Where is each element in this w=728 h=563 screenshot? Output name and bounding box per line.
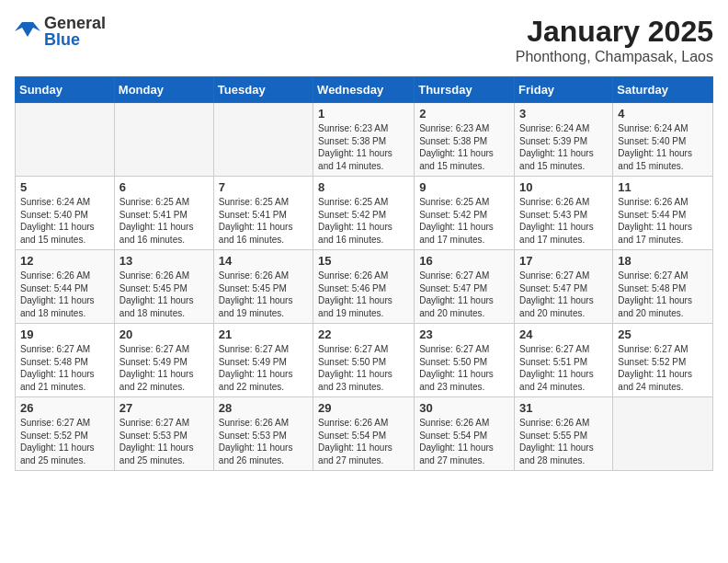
day-number: 13 — [119, 254, 209, 268]
day-number: 23 — [419, 327, 509, 341]
day-number: 28 — [219, 401, 308, 415]
calendar-week-4: 19Sunrise: 6:27 AMSunset: 5:48 PMDayligh… — [16, 324, 713, 397]
calendar-cell: 30Sunrise: 6:26 AMSunset: 5:54 PMDayligh… — [415, 397, 515, 471]
calendar-header: SundayMondayTuesdayWednesdayThursdayFrid… — [16, 77, 713, 103]
calendar-cell: 7Sunrise: 6:25 AMSunset: 5:41 PMDaylight… — [213, 177, 313, 250]
day-number: 19 — [20, 327, 109, 341]
calendar-cell: 19Sunrise: 6:27 AMSunset: 5:48 PMDayligh… — [16, 324, 115, 397]
calendar-cell — [114, 103, 213, 177]
calendar-cell: 2Sunrise: 6:23 AMSunset: 5:38 PMDaylight… — [415, 103, 515, 177]
weekday-row: SundayMondayTuesdayWednesdayThursdayFrid… — [16, 77, 713, 103]
day-number: 24 — [519, 327, 608, 341]
day-number: 6 — [119, 180, 209, 194]
calendar-cell: 27Sunrise: 6:27 AMSunset: 5:53 PMDayligh… — [114, 397, 213, 471]
calendar-cell: 6Sunrise: 6:25 AMSunset: 5:41 PMDaylight… — [114, 177, 213, 250]
weekday-header-saturday: Saturday — [613, 77, 713, 103]
calendar-cell: 26Sunrise: 6:27 AMSunset: 5:52 PMDayligh… — [16, 397, 115, 471]
calendar-cell: 8Sunrise: 6:25 AMSunset: 5:42 PMDaylight… — [313, 177, 415, 250]
weekday-header-sunday: Sunday — [16, 77, 115, 103]
calendar-week-3: 12Sunrise: 6:26 AMSunset: 5:44 PMDayligh… — [16, 250, 713, 324]
day-number: 16 — [419, 254, 509, 268]
calendar-cell: 9Sunrise: 6:25 AMSunset: 5:42 PMDaylight… — [415, 177, 515, 250]
cell-content: Sunrise: 6:27 AMSunset: 5:47 PMDaylight:… — [519, 270, 608, 319]
calendar-cell: 31Sunrise: 6:26 AMSunset: 5:55 PMDayligh… — [515, 397, 613, 471]
cell-content: Sunrise: 6:23 AMSunset: 5:38 PMDaylight:… — [419, 122, 509, 172]
calendar-week-2: 5Sunrise: 6:24 AMSunset: 5:40 PMDaylight… — [16, 177, 713, 250]
calendar-cell: 23Sunrise: 6:27 AMSunset: 5:50 PMDayligh… — [415, 324, 515, 397]
day-number: 27 — [119, 401, 209, 415]
day-number: 26 — [20, 401, 109, 415]
month-title: January 2025 — [516, 15, 713, 49]
calendar-cell: 16Sunrise: 6:27 AMSunset: 5:47 PMDayligh… — [415, 250, 515, 324]
weekday-header-wednesday: Wednesday — [313, 77, 415, 103]
calendar-cell: 11Sunrise: 6:26 AMSunset: 5:44 PMDayligh… — [613, 177, 713, 250]
logo-general: General — [44, 15, 106, 31]
cell-content: Sunrise: 6:27 AMSunset: 5:49 PMDaylight:… — [219, 343, 308, 393]
cell-content: Sunrise: 6:26 AMSunset: 5:55 PMDaylight:… — [519, 417, 608, 466]
cell-content: Sunrise: 6:27 AMSunset: 5:51 PMDaylight:… — [519, 343, 608, 393]
cell-content: Sunrise: 6:26 AMSunset: 5:53 PMDaylight:… — [219, 417, 308, 466]
title-block: January 2025 Phonthong, Champasak, Laos — [516, 15, 713, 65]
day-number: 17 — [519, 254, 608, 268]
calendar-week-1: 1Sunrise: 6:23 AMSunset: 5:38 PMDaylight… — [16, 103, 713, 177]
calendar-cell: 1Sunrise: 6:23 AMSunset: 5:38 PMDaylight… — [313, 103, 415, 177]
calendar-cell: 3Sunrise: 6:24 AMSunset: 5:39 PMDaylight… — [515, 103, 613, 177]
cell-content: Sunrise: 6:25 AMSunset: 5:41 PMDaylight:… — [119, 196, 209, 246]
cell-content: Sunrise: 6:26 AMSunset: 5:46 PMDaylight:… — [318, 270, 409, 319]
calendar-cell: 14Sunrise: 6:26 AMSunset: 5:45 PMDayligh… — [213, 250, 313, 324]
day-number: 5 — [20, 180, 109, 194]
calendar-body: 1Sunrise: 6:23 AMSunset: 5:38 PMDaylight… — [16, 103, 713, 471]
day-number: 15 — [318, 254, 409, 268]
day-number: 14 — [219, 254, 308, 268]
calendar-cell: 10Sunrise: 6:26 AMSunset: 5:43 PMDayligh… — [515, 177, 613, 250]
day-number: 2 — [419, 107, 509, 121]
subtitle: Phonthong, Champasak, Laos — [516, 49, 713, 65]
calendar-cell — [613, 397, 713, 471]
header: General Blue January 2025 Phonthong, Cha… — [15, 15, 713, 65]
cell-content: Sunrise: 6:26 AMSunset: 5:54 PMDaylight:… — [318, 417, 409, 466]
day-number: 22 — [318, 327, 409, 341]
cell-content: Sunrise: 6:25 AMSunset: 5:41 PMDaylight:… — [219, 196, 308, 246]
calendar-cell: 22Sunrise: 6:27 AMSunset: 5:50 PMDayligh… — [313, 324, 415, 397]
day-number: 30 — [419, 401, 509, 415]
day-number: 20 — [119, 327, 209, 341]
day-number: 18 — [618, 254, 708, 268]
calendar-cell: 15Sunrise: 6:26 AMSunset: 5:46 PMDayligh… — [313, 250, 415, 324]
day-number: 9 — [419, 180, 509, 194]
calendar-cell: 4Sunrise: 6:24 AMSunset: 5:40 PMDaylight… — [613, 103, 713, 177]
cell-content: Sunrise: 6:26 AMSunset: 5:54 PMDaylight:… — [419, 417, 509, 466]
calendar-cell: 24Sunrise: 6:27 AMSunset: 5:51 PMDayligh… — [515, 324, 613, 397]
cell-content: Sunrise: 6:24 AMSunset: 5:40 PMDaylight:… — [618, 122, 708, 172]
day-number: 8 — [318, 180, 409, 194]
cell-content: Sunrise: 6:25 AMSunset: 5:42 PMDaylight:… — [318, 196, 409, 246]
cell-content: Sunrise: 6:27 AMSunset: 5:47 PMDaylight:… — [419, 270, 509, 319]
calendar-cell — [16, 103, 115, 177]
cell-content: Sunrise: 6:27 AMSunset: 5:52 PMDaylight:… — [618, 343, 708, 393]
calendar-cell: 25Sunrise: 6:27 AMSunset: 5:52 PMDayligh… — [613, 324, 713, 397]
cell-content: Sunrise: 6:27 AMSunset: 5:50 PMDaylight:… — [318, 343, 409, 393]
day-number: 3 — [519, 107, 608, 121]
cell-content: Sunrise: 6:27 AMSunset: 5:48 PMDaylight:… — [20, 343, 109, 393]
cell-content: Sunrise: 6:24 AMSunset: 5:40 PMDaylight:… — [20, 196, 109, 246]
day-number: 10 — [519, 180, 608, 194]
calendar-table: SundayMondayTuesdayWednesdayThursdayFrid… — [15, 76, 713, 471]
calendar-cell: 29Sunrise: 6:26 AMSunset: 5:54 PMDayligh… — [313, 397, 415, 471]
calendar-cell: 5Sunrise: 6:24 AMSunset: 5:40 PMDaylight… — [16, 177, 115, 250]
weekday-header-friday: Friday — [515, 77, 613, 103]
page: General Blue January 2025 Phonthong, Cha… — [0, 0, 728, 563]
calendar-cell: 28Sunrise: 6:26 AMSunset: 5:53 PMDayligh… — [213, 397, 313, 471]
day-number: 12 — [20, 254, 109, 268]
cell-content: Sunrise: 6:23 AMSunset: 5:38 PMDaylight:… — [318, 122, 409, 172]
weekday-header-monday: Monday — [114, 77, 213, 103]
day-number: 1 — [318, 107, 409, 121]
logo-icon — [15, 18, 40, 44]
calendar-cell — [213, 103, 313, 177]
cell-content: Sunrise: 6:25 AMSunset: 5:42 PMDaylight:… — [419, 196, 509, 246]
day-number: 31 — [519, 401, 608, 415]
calendar-cell: 21Sunrise: 6:27 AMSunset: 5:49 PMDayligh… — [213, 324, 313, 397]
cell-content: Sunrise: 6:26 AMSunset: 5:45 PMDaylight:… — [219, 270, 308, 319]
logo: General Blue — [15, 15, 106, 48]
svg-marker-0 — [15, 22, 40, 37]
cell-content: Sunrise: 6:26 AMSunset: 5:45 PMDaylight:… — [119, 270, 209, 319]
cell-content: Sunrise: 6:26 AMSunset: 5:44 PMDaylight:… — [20, 270, 109, 319]
